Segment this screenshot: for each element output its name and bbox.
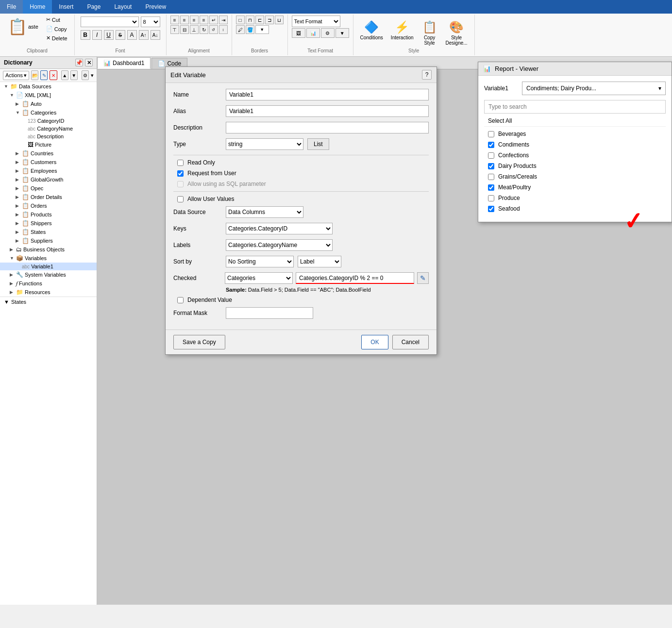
format-mask-input[interactable] xyxy=(226,307,313,319)
tree-item-customers[interactable]: ▶ 📋 Customers xyxy=(0,158,97,166)
data-source-select[interactable]: Data Columns xyxy=(226,206,303,218)
tree-item-products[interactable]: ▶ 📋 Products xyxy=(0,210,97,219)
sidebar-delete-icon-btn[interactable]: ✕ xyxy=(50,70,57,80)
menu-file[interactable]: File xyxy=(0,0,23,14)
list-item-checkbox[interactable] xyxy=(488,131,494,137)
description-input[interactable] xyxy=(226,122,429,133)
font-size-up-button[interactable]: A↑ xyxy=(139,30,149,40)
checked-expression-input[interactable] xyxy=(296,272,414,284)
border-top-button[interactable]: ⊓ xyxy=(246,16,254,24)
allow-user-values-checkbox[interactable] xyxy=(177,196,184,202)
border-all-button[interactable]: □ xyxy=(236,16,245,24)
font-color-button[interactable]: A xyxy=(127,30,137,40)
copy-button[interactable]: 📄 Copy xyxy=(43,25,70,33)
checked-source-select[interactable]: Categories xyxy=(225,272,293,284)
alias-input[interactable] xyxy=(226,105,429,117)
conditions-button[interactable]: 🔷 Conditions xyxy=(357,17,386,42)
img-button[interactable]: 🖼 xyxy=(292,28,305,38)
search-input[interactable] xyxy=(484,100,666,114)
dialog-close-button[interactable]: ? xyxy=(422,70,432,80)
wrap-button[interactable]: ↵ xyxy=(209,16,218,24)
align-center-button[interactable]: ≡ xyxy=(180,16,189,24)
tab-dashboard1[interactable]: 📊 Dashboard1 xyxy=(97,57,151,69)
tree-item-globalgrowth[interactable]: ▶ 📋 GlobalGrowth xyxy=(0,175,97,184)
align-justify-button[interactable]: ≡ xyxy=(200,16,208,24)
tree-item-variables[interactable]: ▼ 📦 Variables xyxy=(0,254,97,263)
valign-top-button[interactable]: ⊤ xyxy=(170,25,179,34)
tree-item-states[interactable]: ▶ 📋 States xyxy=(0,228,97,236)
list-item-checkbox[interactable] xyxy=(488,184,494,191)
menu-layout[interactable]: Layout xyxy=(107,0,138,14)
tree-item-categoryname[interactable]: abc CategoryName xyxy=(0,125,97,132)
text-format-select[interactable]: Text Format xyxy=(292,16,340,27)
indent-button[interactable]: ⇥ xyxy=(219,16,228,24)
border-fill-button[interactable]: 🪣 xyxy=(246,25,254,34)
tree-item-categories[interactable]: ▼ 📋 Categories xyxy=(0,108,97,117)
tree-item-opec[interactable]: ▶ 📋 Opec xyxy=(0,184,97,193)
rotate-button[interactable]: ↻ xyxy=(200,25,208,34)
list-item-checkbox[interactable] xyxy=(488,152,494,159)
tree-item-system-variables[interactable]: ▶ 🔧 System Variables xyxy=(0,270,97,279)
align-left-button[interactable]: ≡ xyxy=(170,16,179,24)
tree-item-auto[interactable]: ▶ 📋 Auto xyxy=(0,99,97,108)
list-item[interactable]: Dairy Products xyxy=(484,161,666,171)
tree-item-functions[interactable]: ▶ 𝑓 Functions xyxy=(0,279,97,288)
labels-select[interactable]: Categories.CategoryName xyxy=(226,239,333,251)
font-name-select[interactable] xyxy=(81,17,139,27)
tree-item-order-details[interactable]: ▶ 📋 Order Details xyxy=(0,193,97,201)
actions-dropdown[interactable]: Actions ▾ xyxy=(3,71,29,80)
keys-select[interactable]: Categories.CategoryID xyxy=(226,223,333,234)
border-left-button[interactable]: ⊏ xyxy=(255,16,264,24)
list-item-checkbox[interactable] xyxy=(488,142,494,148)
list-item[interactable]: Condiments xyxy=(484,139,666,150)
list-item[interactable]: Confections xyxy=(484,150,666,161)
sort-by-select[interactable]: No Sorting xyxy=(226,256,294,267)
border-right-button[interactable]: ⊐ xyxy=(265,16,274,24)
states-header[interactable]: ▼ States xyxy=(0,297,97,307)
border-color-swatch[interactable]: ▼ xyxy=(255,25,269,34)
gear-button[interactable]: ⚙ xyxy=(321,28,335,38)
font-size-down-button[interactable]: A↓ xyxy=(151,30,160,40)
paste-button[interactable]: 📋 aste xyxy=(4,16,42,38)
edit-expression-button[interactable]: ✎ xyxy=(417,272,429,284)
tree-item-employees[interactable]: ▶ 📋 Employees xyxy=(0,166,97,175)
save-copy-button[interactable]: Save a Copy xyxy=(173,335,225,349)
style-designer-button[interactable]: 🎨 StyleDesigne... xyxy=(443,17,470,48)
menu-page[interactable]: Page xyxy=(80,0,107,14)
ok-button[interactable]: OK xyxy=(361,335,388,349)
tree-item-countries[interactable]: ▶ 📋 Countries xyxy=(0,149,97,158)
menu-home[interactable]: Home xyxy=(23,0,52,14)
tree-item-orders[interactable]: ▶ 📋 Orders xyxy=(0,201,97,210)
type-select[interactable]: string xyxy=(226,138,303,150)
tree-item-shippers[interactable]: ▶ 📋 Shippers xyxy=(0,219,97,228)
list-item-checkbox[interactable] xyxy=(488,163,494,169)
list-item[interactable]: Meat/Poultry xyxy=(484,182,666,193)
valign-mid-button[interactable]: ⊟ xyxy=(180,25,189,34)
copy-style-button[interactable]: 📋 CopyStyle xyxy=(419,17,441,48)
allow-sql-checkbox[interactable] xyxy=(177,181,184,187)
dropdown-button[interactable]: ▼ xyxy=(336,28,349,38)
align-right-button[interactable]: ≡ xyxy=(190,16,199,24)
readonly-checkbox[interactable] xyxy=(177,160,184,166)
tree-item-suppliers[interactable]: ▶ 📋 Suppliers xyxy=(0,236,97,245)
pin-icon[interactable]: 📌 xyxy=(75,59,83,66)
italic-button[interactable]: I xyxy=(92,30,102,40)
list-item[interactable]: Seafood xyxy=(484,203,666,214)
select-all-row[interactable]: Select All xyxy=(484,116,666,127)
menu-preview[interactable]: Preview xyxy=(138,0,173,14)
tree-item-description[interactable]: abc Description xyxy=(0,132,97,140)
cut-button[interactable]: ✂ Cut xyxy=(43,16,70,24)
border-bot-button[interactable]: ⊔ xyxy=(275,16,284,24)
tree-item-categoryid[interactable]: 123 CategoryID xyxy=(0,117,97,125)
close-icon[interactable]: ✕ xyxy=(85,59,93,66)
sort-by-secondary-select[interactable]: Label xyxy=(298,256,341,267)
list-item[interactable]: Produce xyxy=(484,193,666,203)
tree-item-data-sources[interactable]: ▼ 📁 Data Sources xyxy=(0,82,97,91)
request-from-user-checkbox[interactable] xyxy=(177,170,184,177)
menu-insert[interactable]: Insert xyxy=(52,0,80,14)
tree-item-variable1[interactable]: abc Variable1 xyxy=(0,263,97,270)
interaction-button[interactable]: ⚡ Interaction xyxy=(388,17,417,42)
dependent-value-checkbox[interactable] xyxy=(177,297,184,303)
bold-button[interactable]: B xyxy=(81,30,90,40)
valign-bot-button[interactable]: ⊥ xyxy=(190,25,199,34)
